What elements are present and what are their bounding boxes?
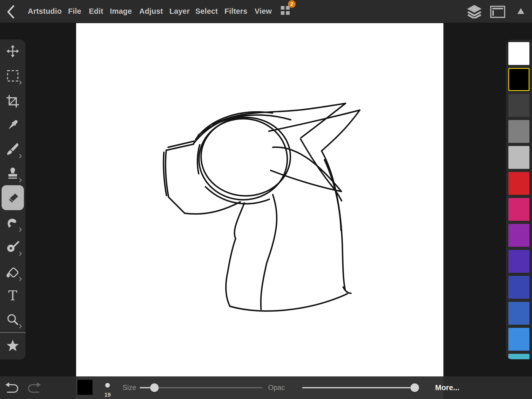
grid-square xyxy=(281,11,284,15)
grid-square xyxy=(286,11,290,15)
brush-icon xyxy=(6,143,19,156)
brush-tip-preview[interactable] xyxy=(105,383,110,388)
brush-size-value: 19 xyxy=(101,391,114,398)
interface-panels-icon xyxy=(490,6,506,18)
chevron-left-icon xyxy=(7,5,15,18)
layers-panel-button[interactable] xyxy=(467,5,482,18)
crop-icon xyxy=(6,95,19,108)
menu-bar: ArtstudioFileEditImageAdjustLayerSelectF… xyxy=(0,0,532,23)
submenu-chevron-icon xyxy=(19,324,22,328)
menu-item-edit[interactable]: Edit xyxy=(89,0,103,23)
opacity-slider-track[interactable] xyxy=(302,387,418,388)
eyedropper-icon xyxy=(6,118,19,131)
menu-item-select[interactable]: Select xyxy=(195,0,218,23)
pages-count-badge: 2 xyxy=(288,0,296,8)
magnifier-icon xyxy=(6,313,19,326)
swatch-white[interactable] xyxy=(508,42,529,65)
swatch-red[interactable] xyxy=(508,172,529,195)
current-color-swatch[interactable] xyxy=(77,380,92,395)
svg-text:T: T xyxy=(8,289,17,302)
swatch-light-gray[interactable] xyxy=(508,146,529,169)
marquee-icon xyxy=(6,69,19,82)
text-icon: T xyxy=(6,289,19,302)
tool-liquify[interactable] xyxy=(0,238,25,256)
stamp-icon xyxy=(6,167,19,180)
collapse-triangle-icon xyxy=(517,8,525,15)
interface-layout-button[interactable] xyxy=(490,6,506,18)
eraser-icon xyxy=(6,191,19,204)
collapse-ui-button[interactable] xyxy=(517,8,525,15)
size-slider-label: Size xyxy=(123,376,136,399)
drawing-canvas[interactable] xyxy=(76,23,443,376)
more-button[interactable]: More... xyxy=(435,376,459,399)
swatch-blue[interactable] xyxy=(508,276,529,299)
smudge-icon xyxy=(6,216,19,229)
tool-eraser[interactable] xyxy=(0,189,25,207)
redo-arrow-icon xyxy=(27,382,42,394)
bottom-bar: 19 Size Opac More... xyxy=(0,376,532,399)
toolbar-divider xyxy=(0,332,25,333)
submenu-chevron-icon xyxy=(19,277,22,281)
menu-item-artstudio[interactable]: Artstudio xyxy=(28,0,62,23)
tool-crop[interactable] xyxy=(0,92,25,111)
submenu-chevron-icon xyxy=(19,228,22,232)
back-button[interactable] xyxy=(7,5,15,18)
layers-icon xyxy=(467,5,482,18)
swatch-black[interactable] xyxy=(508,68,529,91)
swatch-dark-gray[interactable] xyxy=(508,94,529,117)
swatch-pink[interactable] xyxy=(508,198,529,221)
tool-sidebar: T xyxy=(0,39,25,360)
submenu-chevron-icon xyxy=(19,178,22,182)
submenu-chevron-icon xyxy=(19,81,22,85)
move-icon xyxy=(6,45,19,58)
swatch-violet[interactable] xyxy=(508,250,529,273)
lollipop-icon xyxy=(6,241,19,254)
opacity-slider-knob[interactable] xyxy=(410,383,419,392)
tool-move[interactable] xyxy=(0,42,25,61)
menu-item-file[interactable]: File xyxy=(68,0,81,23)
tool-eyedropper[interactable] xyxy=(0,116,25,134)
menu-item-image[interactable]: Image xyxy=(110,0,132,23)
tool-text[interactable]: T xyxy=(0,286,25,305)
tool-paint[interactable] xyxy=(0,140,25,159)
tool-zoom[interactable] xyxy=(0,310,25,329)
color-palette xyxy=(506,40,532,359)
swatch-royal-blue[interactable] xyxy=(508,302,529,325)
pages-grid-button[interactable] xyxy=(281,6,290,15)
submenu-chevron-icon xyxy=(19,252,22,256)
menu-item-layer[interactable]: Layer xyxy=(169,0,190,23)
swatch-gray[interactable] xyxy=(508,120,529,143)
opacity-slider-label: Opac xyxy=(268,376,285,399)
menu-item-view[interactable]: View xyxy=(255,0,272,23)
tool-clone[interactable] xyxy=(0,164,25,183)
menu-item-adjust[interactable]: Adjust xyxy=(139,0,163,23)
undo-arrow-icon xyxy=(5,382,19,394)
bucket-icon xyxy=(6,266,19,279)
opacity-slider-fill xyxy=(302,387,415,388)
swatch-cyan[interactable] xyxy=(508,354,529,359)
tool-rect-select[interactable] xyxy=(0,66,25,85)
tool-favorites[interactable] xyxy=(0,336,25,355)
star-icon xyxy=(6,339,19,352)
undo-button[interactable] xyxy=(5,382,19,394)
size-slider-knob[interactable] xyxy=(150,383,159,392)
redo-button[interactable] xyxy=(27,382,42,394)
sketch-drawing xyxy=(76,23,443,376)
swatch-purple[interactable] xyxy=(508,224,529,247)
swatch-sky-blue[interactable] xyxy=(508,328,529,351)
tool-smudge[interactable] xyxy=(0,214,25,232)
grid-square xyxy=(281,6,284,10)
tool-bucket-fill[interactable] xyxy=(0,263,25,282)
menu-item-filters[interactable]: Filters xyxy=(224,0,247,23)
submenu-chevron-icon xyxy=(19,154,22,158)
